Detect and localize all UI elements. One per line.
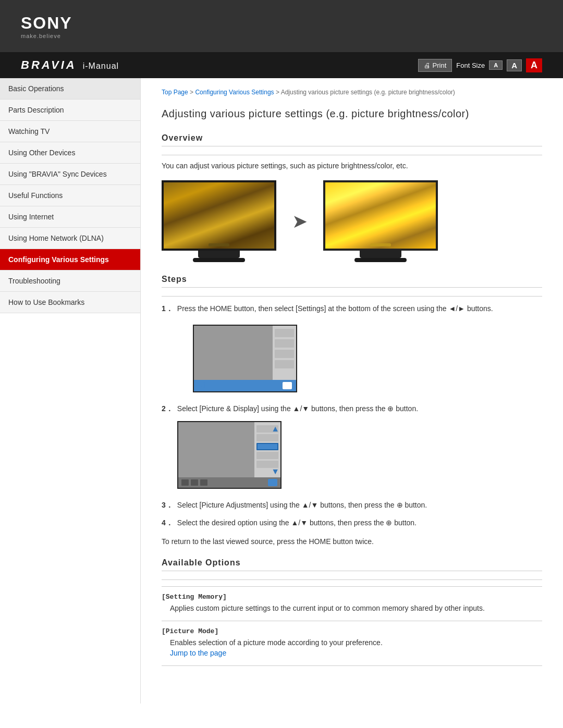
font-large-button[interactable]: A [526,58,542,72]
content-area: Top Page > Configuring Various Settings … [141,78,563,704]
main-layout: Basic Operations Parts Description Watch… [0,78,563,704]
option-picture-mode-desc: Enables selection of a picture mode acco… [170,638,542,647]
option-setting-memory-desc: Applies custom picture settings to the c… [170,604,542,612]
font-small-button[interactable]: A [489,60,503,70]
breadcrumb-sep2: > [276,89,281,96]
step-4-number: 4． [162,517,173,528]
breadcrumb: Top Page > Configuring Various Settings … [162,89,542,96]
option-setting-memory-title: [Setting Memory] [162,593,542,601]
return-note: To return to the last viewed source, pre… [162,537,542,546]
steps-header: Steps [162,275,542,288]
breadcrumb-sep1: > [190,89,195,96]
breadcrumb-configuring[interactable]: Configuring Various Settings [195,89,274,96]
sidebar-item-using-internet[interactable]: Using Internet [0,206,140,228]
screen2-row-4 [256,452,278,459]
bottom-icon-3 [200,479,207,486]
font-medium-button[interactable]: A [507,59,522,71]
bottom-icon-2 [191,479,198,486]
sidebar-item-basic-operations[interactable]: Basic Operations [0,78,140,100]
tv-after [323,180,438,262]
step-3-text: Select [Picture Adjustments] using the ▲… [177,499,427,511]
breadcrumb-current: Adjusting various picture settings (e.g.… [281,89,455,96]
sidebar-item-troubleshooting[interactable]: Troubleshooting [0,270,140,292]
arrow-right-icon: ➤ [292,211,308,232]
screen-mockup-1: ◄ [193,325,297,392]
screen-row-4 [275,360,294,368]
step-3: 3． Select [Picture Adjustments] using th… [162,499,542,511]
overview-header: Overview [162,133,542,146]
font-size-label: Font Size [456,61,485,69]
step-2-text: Select [Picture & Display] using the ▲/▼… [177,403,418,414]
print-label: Print [433,61,447,69]
sidebar: Basic Operations Parts Description Watch… [0,78,141,704]
print-button[interactable]: 🖨 Print [418,59,452,72]
step-2: 2． Select [Picture & Display] using the … [162,403,542,414]
tv-before [162,180,276,262]
screen2-settings-icon [268,479,277,486]
steps-list: 1． Press the HOME button, then select [S… [162,303,542,314]
print-icon: 🖨 [424,61,431,69]
screen-left-arrow: ◄ [197,379,206,390]
screen2-row-selected [256,443,278,450]
imanual-label: i-Manual [83,61,119,71]
steps-divider [162,296,542,297]
step-1: 1． Press the HOME button, then select [S… [162,303,542,314]
options-divider [162,579,542,580]
option-setting-memory: [Setting Memory] Applies custom picture … [162,586,542,612]
screen-row-1 [275,329,294,337]
tv-screen-after [323,180,438,251]
tv-base-after [354,258,407,262]
bravia-logo: BRAVIA i-Manual [21,58,119,72]
screen2-up-arrow: ▲ [271,424,279,434]
bravia-brand-text: BRAVIA [21,58,77,72]
sony-logo: SONY make.believe [21,14,72,39]
option-picture-mode-title: [Picture Mode] [162,627,542,635]
sidebar-item-bookmarks[interactable]: How to Use Bookmarks [0,292,140,313]
header-bar: SONY make.believe [0,0,563,52]
sidebar-item-useful-functions[interactable]: Useful Functions [0,185,140,206]
sidebar-item-parts-description[interactable]: Parts Description [0,100,140,121]
jump-to-page-link[interactable]: Jump to the page [170,649,542,657]
overview-text: You can adjust various picture settings,… [162,162,542,170]
overview-divider [162,155,542,155]
sidebar-item-using-bravia-sync[interactable]: Using "BRAVIA" Sync Devices [0,164,140,185]
breadcrumb-top-page[interactable]: Top Page [162,89,188,96]
sidebar-item-using-home-network[interactable]: Using Home Network (DLNA) [0,228,140,249]
screen2-row-2 [256,434,278,441]
step-4-text: Select the desired option using the ▲/▼ … [177,517,417,528]
screen-mockup-2: ▲ ▼ [177,421,282,489]
sony-tagline: make.believe [21,33,72,39]
screen-row-3 [275,350,294,358]
sony-brand-text: SONY [21,14,72,33]
screen2-bottom-bar [178,477,280,488]
screen-mockup-1-container: ◄ [177,325,542,392]
step-1-number: 1． [162,303,173,314]
settings-icon [283,382,292,389]
tv-screen-before [162,180,276,251]
tv-stand-after [360,251,401,258]
screen-bottom-bar [194,380,296,391]
screen-row-2 [275,339,294,348]
sidebar-item-configuring-settings[interactable]: Configuring Various Settings [0,249,140,270]
nav-controls: 🖨 Print Font Size A A A [418,58,542,72]
tv-stand-before [198,251,240,258]
sidebar-item-using-other-devices[interactable]: Using Other Devices [0,142,140,164]
step-1-text: Press the HOME button, then select [Sett… [177,303,493,314]
step-2-number: 2． [162,403,173,414]
available-options-header: Available Options [162,558,542,571]
sidebar-item-watching-tv[interactable]: Watching TV [0,121,140,142]
option-picture-mode: [Picture Mode] Enables selection of a pi… [162,621,542,657]
screen-mockup-2-container: ▲ ▼ [177,421,542,489]
screen2-down-arrow: ▼ [271,467,279,476]
demo-images: ➤ [162,180,542,262]
tv-base-before [193,258,245,262]
step-3-number: 3． [162,499,173,511]
page-title: Adjusting various picture settings (e.g.… [162,106,542,121]
bottom-divider [162,665,542,666]
nav-bar: BRAVIA i-Manual 🖨 Print Font Size A A A [0,52,563,78]
bottom-icon-1 [181,479,189,486]
step-4: 4． Select the desired option using the ▲… [162,517,542,528]
